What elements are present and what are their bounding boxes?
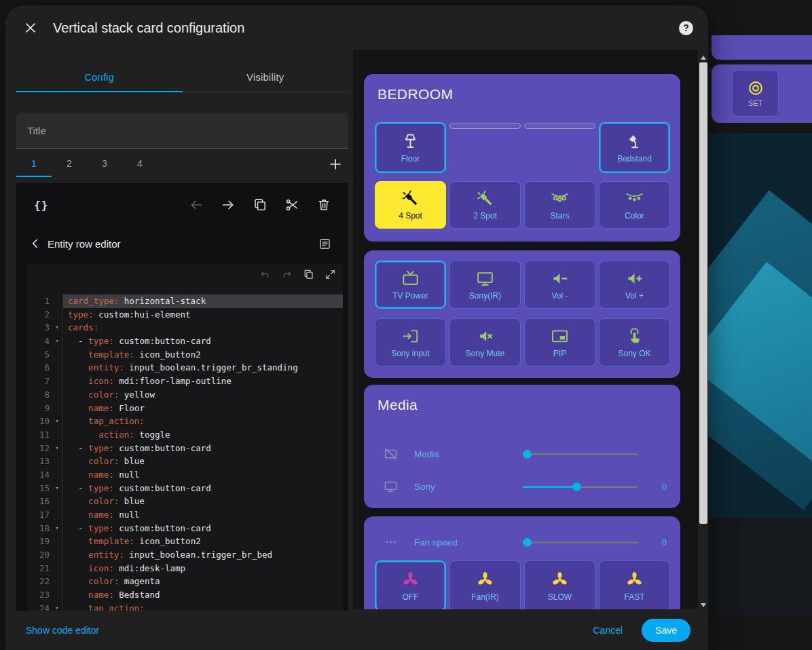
scroll-down-arrow[interactable] xyxy=(698,598,708,609)
preview-button-vol-plus[interactable]: Vol + xyxy=(599,261,670,309)
copy-icon[interactable] xyxy=(253,197,267,212)
fold-chevron-icon[interactable]: ▾ xyxy=(52,602,62,611)
preview-button-vol-minus[interactable]: Vol - xyxy=(524,261,595,309)
preview-button-floor[interactable]: Floor xyxy=(375,122,446,173)
code-line-18[interactable]: 18▾ - type: custom:button-card xyxy=(27,522,343,535)
code-line-8[interactable]: 8 color: yellow xyxy=(27,388,343,402)
yaml-editor[interactable]: 1card_type: horizontal-stack2type: custo… xyxy=(27,263,343,611)
scroll-up-arrow[interactable] xyxy=(698,50,708,61)
redo-icon[interactable] xyxy=(281,269,293,280)
code-editor-actions xyxy=(259,269,336,280)
show-code-editor-link[interactable]: Show code editor xyxy=(26,625,99,636)
preview-button-bedstand[interactable]: Bedstand xyxy=(599,122,670,173)
code-line-1[interactable]: 1card_type: horizontal-stack xyxy=(27,294,343,308)
code-line-24[interactable]: 24▾ tap_action: xyxy=(27,602,343,611)
line-number: 10 xyxy=(27,415,52,428)
tab-config[interactable]: Config xyxy=(16,62,183,92)
code-line-17[interactable]: 17 name: null xyxy=(27,508,343,522)
slider-thumb[interactable] xyxy=(523,538,532,547)
delete-icon[interactable] xyxy=(316,197,331,212)
page-tab-2[interactable]: 2 xyxy=(52,151,87,177)
code-line-12[interactable]: 12▾ - type: custom:button-card xyxy=(27,442,343,455)
preview-button-pip[interactable]: PIP xyxy=(524,318,595,366)
code-line-21[interactable]: 21 icon: mdi:desk-lamp xyxy=(27,562,343,575)
config-panel: Config Visibility Title 1234 {} xyxy=(16,50,348,611)
preview-button-4-spot[interactable]: 4 Spot xyxy=(375,181,446,229)
photo-shape xyxy=(708,518,812,616)
code-braces-icon[interactable]: {} xyxy=(34,199,48,212)
preview-button-slow[interactable]: SLOW xyxy=(524,560,595,609)
preview-button-fast[interactable]: FAST xyxy=(599,560,670,609)
preview-button-color[interactable]: Color xyxy=(599,181,670,229)
code-line-5[interactable]: 5 template: icon_button2 xyxy=(27,348,343,362)
copy-code-icon[interactable] xyxy=(303,269,314,280)
code-line-23[interactable]: 23 name: Bedstand xyxy=(27,588,343,602)
fold-gutter xyxy=(52,388,62,402)
code-line-13[interactable]: 13 color: blue xyxy=(27,455,343,468)
cancel-button[interactable]: Cancel xyxy=(593,625,623,636)
scrollbar-thumb[interactable] xyxy=(699,62,707,524)
help-icon[interactable]: ? xyxy=(679,21,693,35)
preview-button-stars[interactable]: Stars xyxy=(524,181,595,229)
slider-media[interactable] xyxy=(523,449,638,459)
code-line-14[interactable]: 14 name: null xyxy=(27,468,343,482)
fold-chevron-icon[interactable]: ▾ xyxy=(52,415,62,428)
preview-button-sony-ir[interactable]: Sony(IR) xyxy=(449,261,521,309)
code-line-19[interactable]: 19 template: icon_button2 xyxy=(27,535,343,548)
title-input[interactable]: Title xyxy=(16,113,348,149)
add-card-icon[interactable] xyxy=(328,157,343,172)
slider-sony[interactable] xyxy=(523,482,638,491)
page-tab-3[interactable]: 3 xyxy=(87,151,122,177)
code-line-10[interactable]: 10▾ tap_action: xyxy=(27,415,343,428)
code-line-11[interactable]: 11 action: toggle xyxy=(27,428,343,442)
cut-icon[interactable] xyxy=(284,197,299,212)
preview-button-sony-input[interactable]: Sony input xyxy=(375,318,446,366)
back-chevron-icon[interactable] xyxy=(29,237,42,250)
preview-button-sony-ok[interactable]: Sony OK xyxy=(599,318,670,366)
arrow-right-icon[interactable] xyxy=(221,197,236,212)
fold-chevron-icon[interactable]: ▾ xyxy=(52,321,62,334)
code-line-9[interactable]: 9 name: Floor xyxy=(27,402,343,415)
code-line-7[interactable]: 7 icon: mdi:floor-lamp-outline xyxy=(27,375,343,388)
fold-chevron-icon[interactable]: ▾ xyxy=(52,522,62,535)
undo-icon[interactable] xyxy=(259,269,271,280)
tab-visibility[interactable]: Visibility xyxy=(183,62,349,92)
list-box-icon[interactable] xyxy=(318,237,331,250)
fold-chevron-icon[interactable]: ▾ xyxy=(52,334,62,348)
code-line-20[interactable]: 20 entity: input_boolean.trigger_br_bed xyxy=(27,548,343,562)
placeholder-pill xyxy=(449,123,521,129)
set-button[interactable]: SET xyxy=(732,70,779,117)
expand-icon[interactable] xyxy=(325,269,336,280)
fold-chevron-icon[interactable]: ▾ xyxy=(52,482,62,495)
pip-icon xyxy=(551,327,569,345)
code-line-4[interactable]: 4▾ - type: custom:button-card xyxy=(27,334,343,348)
code-line-2[interactable]: 2type: custom:hui-element xyxy=(27,308,343,322)
preview-button-sony-mute[interactable]: Sony Mute xyxy=(449,318,521,366)
fold-gutter xyxy=(52,308,62,322)
slider-fill xyxy=(523,486,577,488)
save-button[interactable]: Save xyxy=(642,619,690,642)
code-line-22[interactable]: 22 color: magenta xyxy=(27,575,343,588)
page-tab-1[interactable]: 1 xyxy=(16,151,52,177)
code-line-6[interactable]: 6 entity: input_boolean.trigger_br_stand… xyxy=(27,361,343,375)
preview-button-off[interactable]: OFF xyxy=(375,560,446,609)
line-number: 6 xyxy=(27,361,52,375)
slider-value: 0 xyxy=(662,482,667,492)
fold-gutter xyxy=(52,562,62,575)
code-line-3[interactable]: 3▾cards: xyxy=(27,321,343,334)
code-line-15[interactable]: 15▾ - type: custom:button-card xyxy=(27,482,343,495)
slider-thumb[interactable] xyxy=(572,482,581,491)
slider-fan-speed[interactable] xyxy=(523,537,638,547)
slider-thumb[interactable] xyxy=(523,450,532,459)
fold-gutter xyxy=(52,575,62,588)
preview-button-fan-ir[interactable]: Fan(IR) xyxy=(449,560,521,609)
page-tab-4[interactable]: 4 xyxy=(122,151,158,177)
preview-scrollbar[interactable] xyxy=(698,50,708,609)
preview-button-2-spot[interactable]: 2 Spot xyxy=(449,181,521,229)
code-line-16[interactable]: 16 color: blue xyxy=(27,495,343,508)
arrow-left-icon[interactable] xyxy=(189,197,204,212)
close-icon[interactable] xyxy=(23,20,38,35)
preview-button-tv-power[interactable]: TV Power xyxy=(375,261,446,309)
editor-panel: {} Entity row editor xyxy=(16,183,348,611)
fold-chevron-icon[interactable]: ▾ xyxy=(52,442,62,455)
